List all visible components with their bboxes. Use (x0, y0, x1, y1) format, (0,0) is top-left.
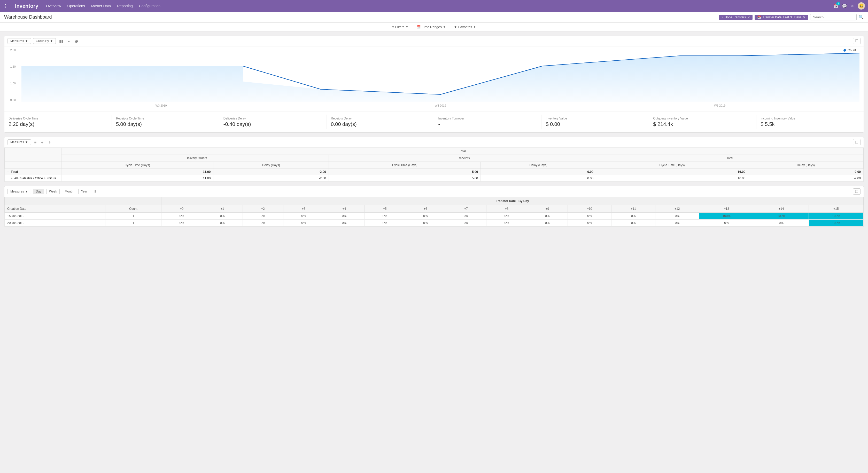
close-icon[interactable]: ✕ (851, 4, 854, 8)
pivot-th-total-sub: Total (596, 155, 863, 162)
period-week-button[interactable]: Week (46, 189, 60, 194)
pivot-download-icon[interactable]: ⇓ (47, 139, 53, 145)
chart-expand-button[interactable]: ❐ (853, 38, 861, 44)
kpi-deliveries-cycle-label: Deliveries Cycle Time (8, 116, 107, 120)
kpi-deliveries-cycle-value: 2.20 day(s) (8, 121, 107, 127)
favorites-label: Favorites (458, 25, 472, 29)
pivot-td-furniture-label: + All / Saleable / Office Furniture (5, 175, 61, 182)
area-chart-icon[interactable]: ▴ (67, 38, 71, 44)
pivot-th-delivery: + Delivery Orders (61, 155, 329, 162)
bar-chart-icon[interactable]: ▮▮ (58, 38, 65, 44)
pivot-add-icon[interactable]: + (40, 139, 45, 145)
favorites-button[interactable]: ★ Favorites ▼ (452, 24, 478, 30)
expand-receipts-icon[interactable]: + (455, 157, 457, 160)
kpi-inventory-value-label: Inventory Value (546, 116, 645, 120)
pivot-expand-button[interactable]: ❐ (853, 139, 861, 145)
pivot-table-wrapper: Total + Delivery Orders + Receipts Total (4, 147, 864, 182)
day-table-td-val: 0% (161, 219, 202, 227)
day-table-th-10: +10 (567, 205, 612, 213)
filter-transfer-date[interactable]: 📅 Transfer Date: Last 30 Days ✕ (754, 15, 808, 20)
day-table-group-header: Transfer Date - By Day (5, 197, 864, 205)
kpi-incoming-value: Incoming Inventory Value $ 5.5k (756, 114, 864, 129)
filter-done-transfers-close[interactable]: ✕ (747, 15, 750, 19)
day-table-th-1: +1 (202, 205, 243, 213)
measures-button-pivot[interactable]: Measures ▼ (7, 139, 31, 145)
kpi-deliveries-delay-label: Deliveries Delay (223, 116, 322, 120)
chart-yaxis: 2.00 1.50 1.00 0.50 (4, 46, 17, 103)
pivot-td-total-5: -2.00 (748, 169, 864, 175)
measures-button-day[interactable]: Measures ▼ (7, 189, 31, 194)
expand-furniture-icon[interactable]: + (11, 177, 12, 180)
search-input[interactable] (810, 14, 857, 21)
calendar-filter-icon: 📅 (757, 15, 761, 19)
filter-icon-btn: ▿ (392, 25, 394, 29)
kpi-row: Deliveries Cycle Time 2.20 day(s) Receip… (4, 111, 864, 132)
nav-overview[interactable]: Overview (46, 4, 61, 8)
chat-icon[interactable]: 💬 (842, 4, 847, 8)
day-table-th-12: +12 (655, 205, 699, 213)
filters-arrow-icon: ▼ (406, 26, 408, 28)
day-table-th-13: +13 (699, 205, 754, 213)
top-navigation: ⋮⋮ Inventory Overview Operations Master … (0, 0, 868, 12)
period-month-button[interactable]: Month (62, 189, 76, 194)
pie-chart-icon[interactable]: ◕ (73, 38, 79, 44)
day-table-th-0: +0 (161, 205, 202, 213)
period-day-button[interactable]: Day (33, 189, 44, 194)
pivot-toolbar: Measures ▼ ≡ + ⇓ ❐ (4, 137, 864, 147)
kpi-outgoing-value: Outgoing Inventory Value $ 214.4k (649, 114, 756, 129)
day-table-td-val: 0% (405, 219, 445, 227)
day-table-card: Measures ▼ Day Week Month Year ⇓ ❐ Trans… (4, 186, 864, 227)
pivot-th-row-label (5, 162, 61, 169)
day-table-download-icon[interactable]: ⇓ (92, 189, 98, 195)
day-table-td-val: 0% (365, 219, 405, 227)
nav-reporting[interactable]: Reporting (117, 4, 133, 8)
day-table-td-count: 1 (105, 213, 161, 219)
user-avatar[interactable]: 😀 (858, 2, 865, 9)
app-logo[interactable]: Inventory (15, 3, 38, 9)
chart-area: Count 2.00 1.50 1.00 0.50 (4, 46, 864, 111)
top-nav-right: 📅 7 💬 ✕ 😀 (833, 2, 865, 9)
group-by-button[interactable]: Group By ▼ (33, 38, 56, 44)
day-table-td-val: 0% (446, 219, 487, 227)
time-ranges-button[interactable]: 📅 Time Ranges ▼ (414, 24, 448, 30)
day-table-td-val: 0% (612, 219, 655, 227)
chart-svg (22, 50, 860, 103)
filters-button[interactable]: ▿ Filters ▼ (390, 24, 410, 30)
expand-delivery-icon[interactable]: + (183, 157, 185, 160)
filter-transfer-date-close[interactable]: ✕ (803, 15, 805, 19)
day-table-th-5: +5 (365, 205, 405, 213)
star-icon: ★ (454, 25, 457, 29)
pivot-td-furniture-5: -2.00 (748, 175, 864, 182)
day-table-td-val: 0% (202, 213, 243, 219)
calendar-icon[interactable]: 📅 7 (833, 4, 838, 8)
day-table-td-val: 0% (283, 213, 324, 219)
day-table-th-9: +9 (527, 205, 567, 213)
pivot-th-col-5: Delay (Days) (748, 162, 864, 169)
measures-button-chart[interactable]: Measures ▼ (7, 38, 31, 44)
pivot-th-col-3: Delay (Days) (481, 162, 596, 169)
page-title: Warehouse Dashboard (4, 14, 719, 20)
search-icon[interactable]: 🔍 (859, 15, 864, 20)
main-content: Measures ▼ Group By ▼ ▮▮ ▴ ◕ ❐ Count 2.0… (0, 32, 868, 235)
pivot-header-row-3: Cycle Time (Days) Delay (Days) Cycle Tim… (5, 162, 864, 169)
period-year-button[interactable]: Year (78, 189, 90, 194)
pivot-th-col-4: Cycle Time (Days) (596, 162, 748, 169)
grid-menu-icon[interactable]: ⋮⋮ (3, 3, 12, 9)
day-table-td-val: 0% (754, 219, 809, 227)
nav-master-data[interactable]: Master Data (91, 4, 111, 8)
filter-transfer-date-label: Transfer Date: Last 30 Days (763, 15, 801, 19)
filter-done-transfers[interactable]: ▿ Done Transfers ✕ (719, 15, 752, 20)
collapse-total-icon[interactable]: − (7, 170, 9, 173)
nav-operations[interactable]: Operations (67, 4, 85, 8)
svg-marker-0 (22, 53, 860, 102)
pivot-card: Measures ▼ ≡ + ⇓ ❐ Total + Delivery (4, 137, 864, 182)
pivot-settings-icon[interactable]: ≡ (33, 139, 38, 145)
day-table-expand-button[interactable]: ❐ (853, 189, 861, 195)
day-table-td-val: 0% (655, 213, 699, 219)
time-ranges-arrow-icon: ▼ (443, 26, 445, 28)
day-table-th-6: +6 (405, 205, 445, 213)
favorites-arrow-icon: ▼ (473, 26, 476, 28)
group-by-label: Group By (36, 39, 49, 43)
day-table-th-date: Creation Date (5, 205, 105, 213)
nav-configuration[interactable]: Configuration (139, 4, 160, 8)
